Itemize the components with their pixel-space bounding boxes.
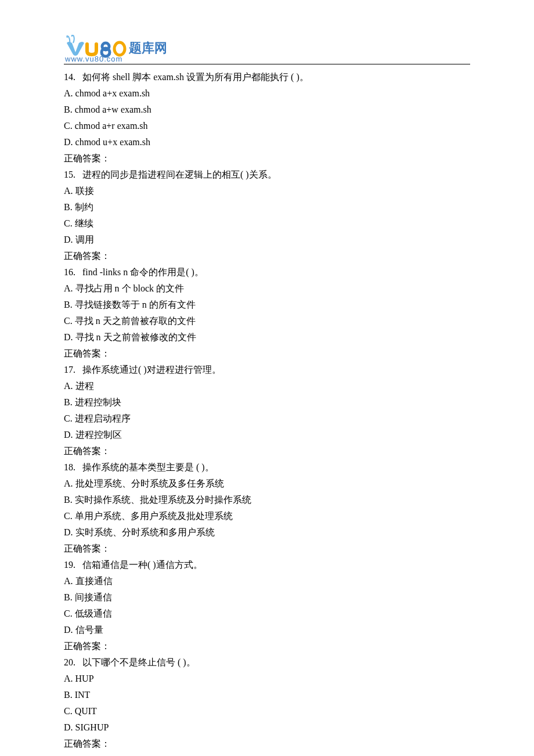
svg-point-2 [114,42,125,55]
question-option: B. 实时操作系统、批处理系统及分时操作系统 [64,492,482,508]
question-option: A. 联接 [64,183,482,199]
question-option: A. 寻找占用 n 个 block 的文件 [64,280,482,297]
question-option: A. HUP [64,671,482,687]
question-option: B. chmod a+w exam.sh [64,102,482,118]
answer-label: 正确答案： [64,736,482,752]
question-text: find -links n 命令的作用是( )。 [82,267,204,277]
question-option: D. 信号量 [64,622,482,638]
question-stem: 14. 如何将 shell 脚本 exam.sh 设置为所有用户都能执行 ( )… [64,69,482,85]
question-text: 如何将 shell 脚本 exam.sh 设置为所有用户都能执行 ( )。 [82,72,309,82]
question-option: D. chmod u+x exam.sh [64,134,482,150]
question-stem: 20. 以下哪个不是终止信号 ( )。 [64,654,482,671]
questions-container: 14. 如何将 shell 脚本 exam.sh 设置为所有用户都能执行 ( )… [64,69,482,752]
question-text: 进程的同步是指进程间在逻辑上的相互( )关系。 [82,170,277,179]
answer-label: 正确答案： [64,248,482,264]
question-number: 14. [64,72,75,82]
answer-label: 正确答案： [64,638,482,654]
question-text: 以下哪个不是终止信号 ( )。 [82,657,196,667]
question-option: D. SIGHUP [64,719,482,736]
question-option: A. 直接通信 [64,573,482,589]
question-option: D. 寻找 n 天之前曾被修改的文件 [64,329,482,345]
question-option: D. 调用 [64,232,482,248]
question-number: 17. [64,365,75,375]
answer-label: 正确答案： [64,443,482,459]
question-option: C. 进程启动程序 [64,411,482,427]
logo-brand-text: 题库网 [128,41,167,55]
question-option: C. 单用户系统、多用户系统及批处理系统 [64,508,482,524]
question-stem: 17. 操作系统通过( )对进程进行管理。 [64,362,482,378]
question-option: A. 批处理系统、分时系统及多任务系统 [64,476,482,492]
question-option: C. chmod a+r exam.sh [64,118,482,134]
logo-icon: 题库网 www.vu80.com [64,35,180,63]
header-divider [64,64,470,64]
question-number: 16. [64,267,75,277]
question-option: B. 进程控制块 [64,394,482,411]
question-text: 操作系统的基本类型主要是 ( )。 [82,462,214,472]
question-stem: 19. 信箱通信是一种( )通信方式。 [64,557,482,573]
question-option: C. 低级通信 [64,606,482,622]
question-option: A. 进程 [64,378,482,394]
question-stem: 16. find -links n 命令的作用是( )。 [64,264,482,280]
question-text: 信箱通信是一种( )通信方式。 [82,560,203,570]
question-number: 15. [64,170,75,179]
question-option: C. QUIT [64,703,482,719]
question-option: B. 寻找链接数等于 n 的所有文件 [64,297,482,313]
question-option: D. 进程控制区 [64,427,482,443]
site-logo: 题库网 www.vu80.com [64,35,482,63]
question-stem: 18. 操作系统的基本类型主要是 ( )。 [64,459,482,476]
question-text: 操作系统通过( )对进程进行管理。 [82,365,221,375]
answer-label: 正确答案： [64,541,482,557]
answer-label: 正确答案： [64,345,482,362]
question-number: 18. [64,462,75,472]
question-option: C. 寻找 n 天之前曾被存取的文件 [64,313,482,329]
question-number: 20. [64,657,75,667]
question-stem: 15. 进程的同步是指进程间在逻辑上的相互( )关系。 [64,167,482,183]
answer-label: 正确答案： [64,150,482,167]
question-option: C. 继续 [64,215,482,232]
question-number: 19. [64,560,75,570]
question-option: D. 实时系统、分时系统和多用户系统 [64,524,482,541]
question-option: B. 制约 [64,199,482,215]
question-option: A. chmod a+x exam.sh [64,85,482,102]
question-option: B. INT [64,687,482,703]
question-option: B. 间接通信 [64,589,482,606]
logo-url-text: www.vu80.com [64,55,122,63]
